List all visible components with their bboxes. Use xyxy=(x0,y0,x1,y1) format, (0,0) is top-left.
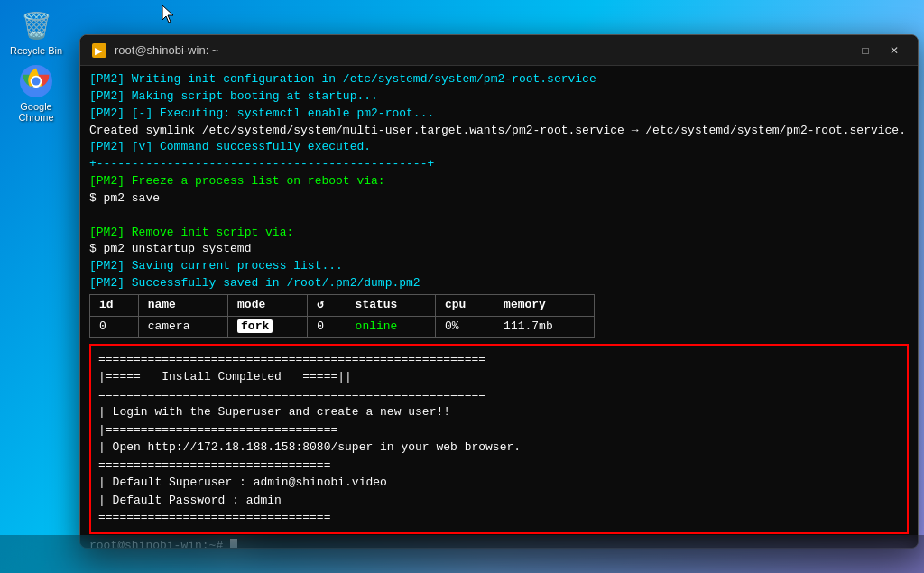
output-line: [PM2] Saving current process list... xyxy=(89,258,909,275)
install-line: | Open http://172.18.188.158:8080/super … xyxy=(98,439,900,457)
col-cpu: cpu xyxy=(436,294,494,316)
svg-text:▶: ▶ xyxy=(95,46,103,56)
terminal-title: root@shinobi-win: ~ xyxy=(115,43,824,57)
mode-badge: fork xyxy=(237,319,273,333)
title-bar: ▶ root@shinobi-win: ~ — □ ✕ xyxy=(80,35,918,66)
close-button[interactable]: ✕ xyxy=(882,40,907,61)
install-line: | Default Password : admin xyxy=(98,492,900,510)
output-line: Created symlink /etc/systemd/system/mult… xyxy=(89,123,909,140)
cell-cpu: 0% xyxy=(436,316,494,337)
terminal-window: ▶ root@shinobi-win: ~ — □ ✕ [PM2] Writin… xyxy=(79,34,919,549)
cell-id: 0 xyxy=(90,316,139,337)
install-line: | Default Superuser : admin@shinobi.vide… xyxy=(98,474,900,492)
output-line: [PM2] Successfully saved in /root/.pm2/d… xyxy=(89,275,909,292)
install-line: |===== Install Completed =====|| xyxy=(98,368,900,386)
cell-memory: 111.7mb xyxy=(494,316,595,337)
mouse-cursor xyxy=(162,5,177,23)
output-line: $ pm2 unstartup systemd xyxy=(89,241,909,258)
output-line xyxy=(89,208,909,225)
chrome-label: Google Chrome xyxy=(7,101,65,123)
table-row: 0 camera fork 0 online 0% 111.7mb xyxy=(90,316,595,337)
col-restarts: ↺ xyxy=(308,294,346,316)
chrome-image xyxy=(18,63,54,99)
install-line: ================================= xyxy=(98,509,900,527)
col-mode: mode xyxy=(228,294,308,316)
minimize-button[interactable]: — xyxy=(824,40,849,61)
install-line: ========================================… xyxy=(98,386,900,404)
terminal-content[interactable]: [PM2] Writing init configuration in /etc… xyxy=(80,66,918,548)
install-line: |================================= xyxy=(98,421,900,439)
col-memory: memory xyxy=(494,294,595,316)
install-line: ========================================… xyxy=(98,351,900,369)
recycle-bin-icon[interactable]: 🗑️ Recycle Bin xyxy=(7,7,65,56)
output-line: [PM2] [v] Command successfully executed. xyxy=(89,139,909,156)
svg-point-3 xyxy=(32,78,41,86)
maximize-button[interactable]: □ xyxy=(853,40,878,61)
terminal-icon: ▶ xyxy=(91,42,107,59)
output-line: [PM2] Remove init script via: xyxy=(89,225,909,242)
output-line: [PM2] Making script booting at startup..… xyxy=(89,88,909,106)
window-controls: — □ ✕ xyxy=(824,40,907,61)
install-line: | Login with the Superuser and create a … xyxy=(98,403,900,421)
output-line: +---------------------------------------… xyxy=(89,156,909,173)
cell-status: online xyxy=(346,316,435,337)
taskbar xyxy=(0,535,924,573)
output-line: [PM2] Writing init configuration in /etc… xyxy=(89,71,909,88)
cell-restarts: 0 xyxy=(308,316,346,337)
col-id: id xyxy=(90,294,139,316)
install-line: ================================= xyxy=(98,457,900,475)
recycle-bin-image: 🗑️ xyxy=(18,7,54,43)
output-line: $ pm2 save xyxy=(89,190,909,208)
col-name: name xyxy=(138,294,227,316)
output-line: [PM2] [-] Executing: systemctl enable pm… xyxy=(89,106,909,123)
google-chrome-icon[interactable]: Google Chrome xyxy=(7,63,65,123)
recycle-bin-label: Recycle Bin xyxy=(10,45,62,56)
output-line: [PM2] Freeze a process list on reboot vi… xyxy=(89,173,909,190)
install-completed-box: ========================================… xyxy=(89,344,909,534)
cell-mode: fork xyxy=(228,316,308,337)
cell-name: camera xyxy=(138,316,227,337)
col-status: status xyxy=(346,294,435,316)
process-table: id name mode ↺ status cpu memory 0 camer… xyxy=(89,294,595,338)
